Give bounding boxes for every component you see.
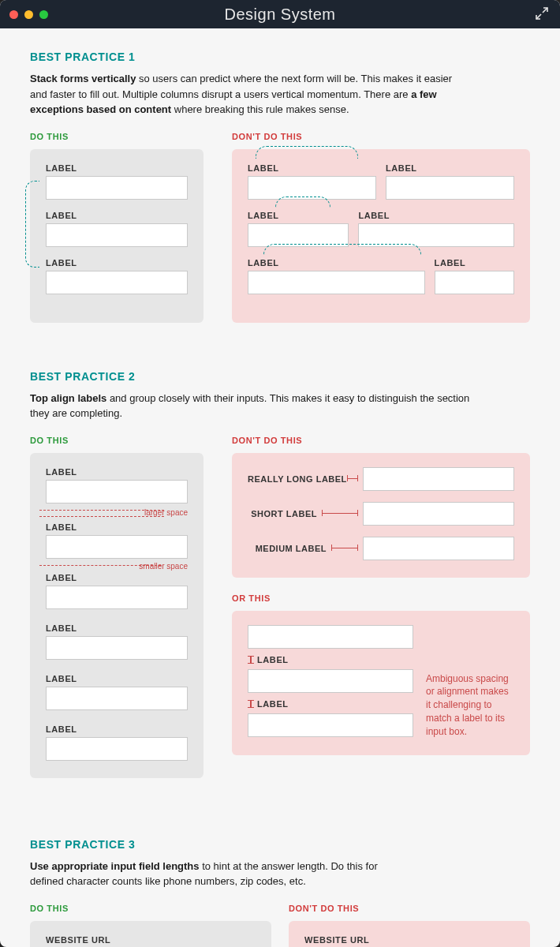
field-label: LABEL: [386, 163, 514, 173]
text-input[interactable]: [46, 737, 188, 761]
bp1-body: Stack forms vertically so users can pred…: [30, 71, 472, 118]
titlebar: Design System: [0, 0, 560, 28]
text-input[interactable]: [46, 535, 188, 559]
window-title: Design System: [225, 6, 336, 24]
field-label: LABEL: [46, 258, 188, 268]
do-label: DO THIS: [30, 904, 271, 913]
bp3-do-panel: WEBSITE URL ZIP CODE: [30, 921, 271, 948]
zoom-icon[interactable]: [39, 10, 48, 19]
annotation-smaller-space: smaller space: [139, 562, 188, 571]
bp1-dont-panel: LABEL LABEL LABEL LABEL LABEL LABEL: [232, 149, 530, 323]
text-input[interactable]: [46, 586, 188, 609]
text-input[interactable]: [358, 223, 514, 247]
field-label: LABEL: [435, 258, 514, 268]
zigzag-flow-line: [256, 146, 358, 159]
align-marker-icon: [347, 478, 358, 479]
bp2-heading: BEST PRACTICE 2: [30, 370, 530, 383]
field-label: LABEL: [46, 623, 188, 633]
field-label: LABEL: [46, 163, 188, 173]
text-input[interactable]: [248, 176, 376, 200]
text-input[interactable]: [46, 636, 188, 660]
text-input[interactable]: [363, 502, 514, 526]
stack-flow-line: [25, 181, 39, 268]
ambiguous-spacing-note: Ambiguous spacing or alignment makes it …: [426, 625, 514, 739]
bp3-body: Use appropriate input field lengths to h…: [30, 859, 409, 889]
field-label: LABEL: [46, 467, 188, 477]
dont-label: DON'T DO THIS: [232, 132, 530, 141]
text-input[interactable]: [386, 176, 514, 200]
best-practice-2: BEST PRACTICE 2 Top align labels and gro…: [30, 370, 530, 778]
bp1-heading: BEST PRACTICE 1: [30, 51, 530, 63]
window-controls: [9, 0, 48, 28]
do-label: DO THIS: [30, 132, 203, 141]
bp2-body: Top align labels and group closely with …: [30, 391, 472, 421]
text-input[interactable]: [248, 625, 413, 649]
align-marker-icon: [322, 513, 358, 514]
text-input[interactable]: [248, 669, 413, 693]
bp3-dont-panel: WEBSITE URL ZIP CODE: [289, 921, 530, 948]
dont-label: DON'T DO THIS: [232, 436, 530, 445]
text-input[interactable]: [248, 713, 413, 737]
bp1-do-panel: LABEL LABEL LABEL: [30, 149, 203, 323]
side-label: SHORT LABEL: [248, 509, 317, 518]
field-label: LABEL: [257, 699, 289, 709]
do-label: DO THIS: [30, 436, 203, 445]
field-label: LABEL: [248, 258, 425, 268]
field-label: LABEL: [46, 724, 188, 734]
page-content: BEST PRACTICE 1 Stack forms vertically s…: [0, 28, 560, 947]
bp2-or-panel: LABEL LABEL Ambiguous spacing or alignme…: [232, 611, 530, 756]
field-label: LABEL: [358, 211, 514, 220]
align-marker-icon: [331, 548, 358, 548]
text-input[interactable]: [46, 687, 188, 710]
field-label: LABEL: [46, 573, 188, 582]
spacing-marker-icon: [248, 700, 254, 708]
text-input[interactable]: [248, 271, 425, 294]
text-input[interactable]: [363, 467, 514, 491]
side-label: REALLY LONG LABEL: [248, 474, 342, 484]
field-label: LABEL: [46, 522, 188, 532]
close-icon[interactable]: [9, 10, 18, 19]
text-input[interactable]: [46, 480, 188, 503]
best-practice-1: BEST PRACTICE 1 Stack forms vertically s…: [30, 51, 530, 323]
url-field-label: WEBSITE URL: [304, 935, 514, 945]
minimize-icon[interactable]: [24, 10, 33, 19]
side-label: MEDIUM LABEL: [248, 544, 327, 553]
text-input[interactable]: [363, 537, 514, 560]
field-label: LABEL: [46, 211, 188, 220]
expand-icon[interactable]: [535, 6, 549, 21]
or-label: OR THIS: [232, 593, 530, 603]
field-label: LABEL: [46, 674, 188, 683]
text-input[interactable]: [46, 271, 188, 294]
annotation-larger-space: larger space: [144, 508, 188, 517]
field-label: LABEL: [257, 655, 289, 664]
text-input[interactable]: [46, 223, 188, 247]
best-practice-3: BEST PRACTICE 3 Use appropriate input fi…: [30, 838, 530, 948]
text-input[interactable]: [248, 223, 349, 247]
spacing-marker-icon: [248, 656, 254, 664]
bp2-dont-panel: REALLY LONG LABEL SHORT LABEL MEDIUM LAB…: [232, 453, 530, 578]
dont-label: DON'T DO THIS: [289, 904, 530, 913]
field-label: LABEL: [248, 163, 376, 173]
text-input[interactable]: [46, 176, 188, 200]
text-input[interactable]: [435, 271, 514, 294]
field-label: LABEL: [248, 211, 349, 220]
app-window: Design System BEST PRACTICE 1 Stack form…: [0, 0, 560, 947]
url-field-label: WEBSITE URL: [46, 935, 256, 945]
bp2-do-panel: LABEL larger space LABEL: [30, 453, 203, 778]
bp3-heading: BEST PRACTICE 3: [30, 838, 530, 851]
